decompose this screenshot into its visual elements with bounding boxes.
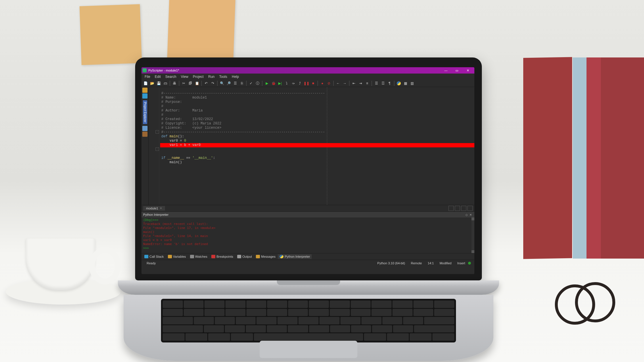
nav-back-icon[interactable]: ← [335,80,341,86]
open-icon[interactable]: 📂 [149,80,155,86]
tab-output[interactable]: Output [235,254,254,259]
tab-messages[interactable]: Messages [254,254,277,259]
close-button[interactable]: ✕ [462,69,473,72]
app-icon [143,68,147,72]
menu-project[interactable]: Project [191,74,206,79]
panel-close-icon[interactable]: ✕ [469,213,473,216]
tab-watches[interactable]: Watches [188,254,209,259]
stop-icon[interactable]: ■ [310,80,316,86]
fold-icon[interactable]: - [156,130,159,134]
toolbar: 📄 📂 💾 🗃 🖶 ✂ 🗐 📋 ↶ ↷ 🔍 🔎 ☰ ⎘ ✓ [141,80,474,87]
left-sidebar: Project Explorer [141,87,149,205]
laptop-keyboard [124,295,493,361]
clear-breakpoints-icon[interactable]: ⊘ [326,80,332,86]
workspace: Project Explorer - - #------------------… [141,87,474,205]
status-engine: Remote [408,261,425,265]
redo-icon[interactable]: ↷ [210,80,216,86]
step-over-icon[interactable]: ⤼ [290,80,296,86]
run-to-cursor-icon[interactable]: ▶| [277,80,283,86]
save-icon[interactable]: 💾 [156,80,162,86]
layout-icon[interactable]: ▦ [402,80,408,86]
maximize-button[interactable]: ▭ [451,69,462,72]
file-tab-module1[interactable]: module1 ✕ [143,206,165,211]
pin-icon[interactable]: ◇ [465,213,469,216]
info-icon[interactable]: ⓘ [255,80,260,86]
tab-python-interpreter[interactable]: Python Interpreter [278,254,312,259]
menubar: File Edit Search View Project Run Tools … [141,74,474,80]
menu-tools[interactable]: Tools [217,74,229,79]
status-dot-icon [468,262,471,265]
interpreter-console[interactable]: [Dbg]>>> Traceback (most recent call las… [141,217,474,253]
books [523,46,644,259]
close-tab-icon[interactable]: ✕ [160,207,162,210]
outdent-icon[interactable]: ⇤ [351,80,357,86]
status-modified: Modified [437,261,455,265]
debug-icon[interactable]: 🐞 [271,80,276,86]
interpreter-header[interactable]: Python Interpreter ◇ ✕ [141,211,474,217]
menu-view[interactable]: View [179,74,190,79]
search-icon[interactable]: 🔍 [219,80,225,86]
file-explorer-icon[interactable] [142,88,147,93]
undo-icon[interactable]: ↶ [203,80,209,86]
sidebar-icon2[interactable] [142,132,147,137]
replace-icon[interactable]: ☰ [232,80,238,86]
new-icon[interactable]: 📄 [143,80,148,86]
run-icon[interactable]: ▶ [264,80,270,86]
menu-file[interactable]: File [143,74,152,79]
paste-icon[interactable]: 📋 [194,80,200,86]
interpreter-title: Python Interpreter [143,213,168,216]
status-insert: Insert [454,261,468,265]
code-explorer-icon[interactable] [142,93,147,99]
scrollbar[interactable] [471,217,474,253]
window-icon[interactable] [455,206,460,211]
cut-icon[interactable]: ✂ [181,80,187,86]
tab-breakpoints[interactable]: Breakpoints [210,254,235,259]
editor-tabbar: module1 ✕ [141,205,474,211]
menu-search[interactable]: Search [163,74,178,79]
toggle-icon[interactable]: ☰ [373,80,379,86]
menu-run[interactable]: Run [206,74,216,79]
menu-help[interactable]: Help [230,74,241,79]
indent-icon[interactable]: ⇥ [358,80,363,86]
paragraph-icon[interactable]: ¶ [387,80,392,86]
syntax-check-icon[interactable]: ✓ [248,80,254,86]
code-editor[interactable]: - - #-----------------------------------… [149,87,474,205]
sticky-note [167,0,235,63]
bookmark-icon[interactable]: ☲ [380,80,386,86]
window3-icon[interactable] [467,206,473,211]
step-out-icon[interactable]: ⤴ [297,80,303,86]
pyscripter-window: PyScripter - module1* — ▭ ✕ File Edit Se… [141,67,474,274]
glasses [555,284,612,319]
breakpoint-icon[interactable]: ● [319,80,325,86]
copy-icon[interactable]: 🗐 [187,80,193,86]
python-icon[interactable] [396,80,402,86]
find-next-icon[interactable]: 🔎 [226,80,231,86]
tab-callstack[interactable]: Call Stack [143,254,166,259]
window2-icon[interactable] [461,206,466,211]
split-icon[interactable] [448,206,454,211]
sidebar-icon[interactable] [142,126,147,131]
save-all-icon[interactable]: 🗃 [162,80,168,86]
status-python: Python 3.10 (64-bit) [374,261,408,265]
goto-icon[interactable]: ⎘ [239,80,245,86]
pause-icon[interactable]: ❚❚ [304,80,309,86]
error-highlight-line: var1 = b + var0 [160,143,474,147]
titlebar[interactable]: PyScripter - module1* — ▭ ✕ [141,67,474,74]
comment-icon[interactable]: ≡ [364,80,370,86]
layout2-icon[interactable]: ▥ [409,80,415,86]
sticky-note [79,4,142,65]
window-title: PyScripter - module1* [148,69,179,72]
editor-gutter: - - [149,87,159,205]
file-tab-label: module1 [146,207,158,210]
menu-edit[interactable]: Edit [153,74,163,79]
print-icon[interactable]: 🖶 [172,80,177,86]
fold-icon[interactable]: - [156,147,159,151]
status-cursor: 14:1 [425,261,436,265]
step-into-icon[interactable]: ⤵ [284,80,290,86]
project-explorer-tab[interactable]: Project Explorer [143,100,147,124]
nav-fwd-icon[interactable]: → [342,80,348,86]
bottom-toolbar: Call Stack Variables Watches Breakpoints… [141,253,474,260]
minimize-button[interactable]: — [440,69,451,72]
tab-variables[interactable]: Variables [166,254,188,259]
statusbar: Ready Python 3.10 (64-bit) Remote 14:1 M… [141,260,474,266]
